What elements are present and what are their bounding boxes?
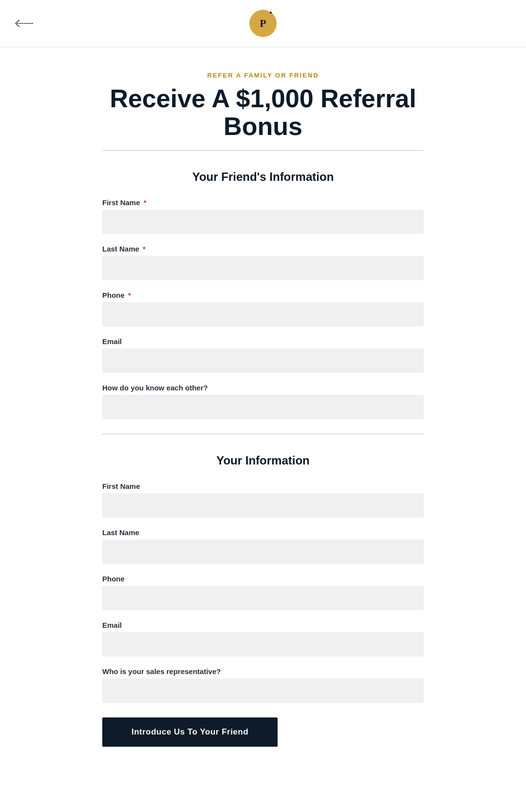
friend-phone-group: Phone * [102, 291, 424, 327]
your-email-input[interactable] [102, 632, 424, 657]
friend-section: Your Friend's Information First Name * L… [102, 170, 424, 419]
friend-email-input[interactable] [102, 348, 424, 373]
friend-first-name-label: First Name * [102, 198, 424, 207]
your-phone-label: Phone [102, 575, 424, 583]
friend-phone-label: Phone * [102, 291, 424, 299]
friend-last-name-label: Last Name * [102, 245, 424, 253]
main-content: REFER A FAMILY OR FRIEND Receive A $1,00… [88, 47, 438, 786]
title-divider [102, 150, 424, 151]
your-sales-rep-input[interactable] [102, 678, 424, 703]
your-last-name-label: Last Name [102, 528, 424, 537]
your-section-title: Your Information [102, 454, 424, 467]
friend-phone-input[interactable] [102, 302, 424, 327]
your-email-group: Email [102, 621, 424, 657]
page-title: Receive A $1,000 Referral Bonus [102, 85, 424, 140]
header: P [0, 0, 526, 47]
friend-section-title: Your Friend's Information [102, 170, 424, 184]
your-first-name-input[interactable] [102, 493, 424, 518]
page-subtitle: REFER A FAMILY OR FRIEND [102, 72, 424, 79]
your-sales-rep-label: Who is your sales representative? [102, 667, 424, 676]
your-phone-group: Phone [102, 575, 424, 610]
your-section: Your Information First Name Last Name Ph… [102, 454, 424, 703]
friend-relationship-group: How do you know each other? [102, 384, 424, 419]
your-email-label: Email [102, 621, 424, 629]
friend-last-name-input[interactable] [102, 256, 424, 280]
friend-relationship-input[interactable] [102, 395, 424, 419]
your-last-name-input[interactable] [102, 540, 424, 564]
friend-first-name-input[interactable] [102, 210, 424, 234]
friend-first-name-group: First Name * [102, 198, 424, 234]
friend-email-group: Email [102, 337, 424, 373]
required-marker: * [141, 245, 146, 253]
friend-email-label: Email [102, 337, 424, 346]
required-marker: * [142, 198, 147, 207]
your-first-name-group: First Name [102, 482, 424, 518]
submit-button[interactable]: Introduce Us To Your Friend [102, 717, 278, 747]
friend-relationship-label: How do you know each other? [102, 384, 424, 392]
required-marker: * [126, 291, 131, 299]
back-button[interactable] [15, 19, 34, 28]
friend-last-name-group: Last Name * [102, 245, 424, 280]
logo-letter: P [260, 17, 266, 30]
logo: P [249, 10, 277, 37]
your-phone-input[interactable] [102, 586, 424, 610]
your-first-name-label: First Name [102, 482, 424, 490]
your-sales-rep-group: Who is your sales representative? [102, 667, 424, 703]
section-divider [102, 434, 424, 434]
your-last-name-group: Last Name [102, 528, 424, 564]
